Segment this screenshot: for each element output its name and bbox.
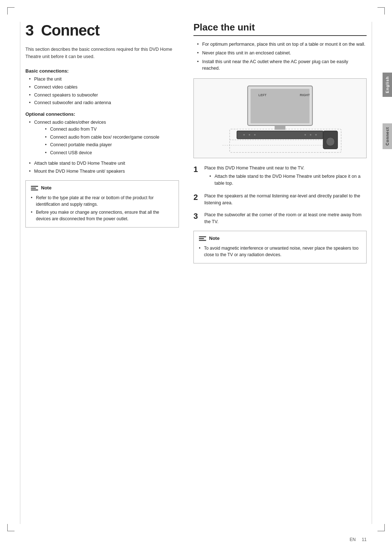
note-item-left-2: Before you make or change any connection… xyxy=(31,209,173,222)
place-bullet-1: For optimum performance, place this unit… xyxy=(197,41,367,48)
optional-sub-list: Connect audio from TV Connect audio from… xyxy=(34,126,179,156)
note-line-r2 xyxy=(199,238,204,239)
corner-mark-tr xyxy=(377,7,385,15)
corner-mark-br xyxy=(377,524,385,531)
optional-sub-item-4: Connect USB device xyxy=(45,149,179,156)
optional-connections-heading: Optional connections: xyxy=(25,111,179,117)
chapter-heading: 3 Connect xyxy=(25,22,179,39)
footer-lang: EN xyxy=(350,537,356,542)
note-box-right: Note To avoid magnetic interference or u… xyxy=(193,231,367,263)
left-column: 3 Connect This section describes the bas… xyxy=(25,22,179,263)
optional-sub-item-1: Connect audio from TV xyxy=(45,126,179,133)
step-number-3: 3 xyxy=(193,212,201,221)
connect-tab: Connect xyxy=(383,123,392,149)
note-line-r1 xyxy=(199,236,206,237)
note-header-right: Note xyxy=(199,235,361,242)
svg-point-8 xyxy=(310,134,311,136)
note-header-left: Note xyxy=(31,184,173,192)
basic-connections-heading: Basic connections: xyxy=(25,68,179,74)
note-item-right-1: To avoid magnetic interference or unwant… xyxy=(199,245,361,258)
connect-tab-label: Connect xyxy=(385,127,389,146)
basic-connections-list: Place the unit Connect video cables Conn… xyxy=(25,76,179,106)
optional-connections-list: Connect audio cables/other devices Conne… xyxy=(25,119,179,175)
basic-item-3: Connect speakers to subwoofer xyxy=(29,92,179,99)
step-item-1: 1 Place this DVD Home Theatre unit near … xyxy=(193,165,367,188)
note-list-right: To avoid magnetic interference or unwant… xyxy=(199,245,361,258)
step-text-2: Place the speakers at the normal listeni… xyxy=(204,193,360,205)
home-theatre-illustration: LEFT RIGHT xyxy=(193,78,367,158)
step-text-1: Place this DVD Home Theatre unit near to… xyxy=(204,165,305,171)
intro-text: This section describes the basic connect… xyxy=(25,46,179,60)
margin-line-right xyxy=(372,22,372,524)
english-tab: English xyxy=(383,73,392,97)
note-line-2 xyxy=(31,188,36,189)
note-label-left: Note xyxy=(41,184,52,192)
step-text-3: Place the subwoofer at the corner of the… xyxy=(204,212,362,224)
note-list-left: Refer to the type plate at the rear or b… xyxy=(31,194,173,222)
svg-point-9 xyxy=(315,134,317,136)
svg-point-7 xyxy=(305,134,306,136)
note-line-r3 xyxy=(199,240,206,241)
step-content-1: Place this DVD Home Theatre unit near to… xyxy=(204,165,367,188)
note-item-left-1: Refer to the type plate at the rear or b… xyxy=(31,194,173,208)
right-section-title: Place the unit xyxy=(193,22,367,36)
corner-mark-tl xyxy=(7,7,15,15)
svg-point-13 xyxy=(326,138,335,146)
place-bullet-3: Install this unit near the AC outlet whe… xyxy=(197,58,367,72)
svg-point-4 xyxy=(243,134,245,136)
step-content-3: Place the subwoofer at the corner of the… xyxy=(204,212,367,225)
note-line-3 xyxy=(31,189,38,191)
optional-top-item: Connect audio cables/other devices Conne… xyxy=(29,119,179,156)
place-bullet-2: Never place this unit in an enclosed cab… xyxy=(197,50,367,57)
place-bullets-list: For optimum performance, place this unit… xyxy=(193,41,367,72)
step-item-2: 2 Place the speakers at the normal liste… xyxy=(193,193,367,206)
note-icon-right xyxy=(199,236,206,241)
page-container: English Connect 3 Connect This section d… xyxy=(0,0,392,553)
step-number-2: 2 xyxy=(193,193,201,202)
step-sub-item-1-1: Attach the table stand to the DVD Home T… xyxy=(209,173,367,187)
footer-page: 11 xyxy=(362,537,367,542)
basic-item-2: Connect video cables xyxy=(29,84,179,91)
optional-sub-item-2: Connect audio from cable box/ recorder/g… xyxy=(45,134,179,141)
note-box-left: Note Refer to the type plate at the rear… xyxy=(25,180,179,228)
step-content-2: Place the speakers at the normal listeni… xyxy=(204,193,367,206)
optional-more-item-2: Mount the DVD Home Theatre unit/ speaker… xyxy=(29,168,179,175)
svg-text:RIGHT: RIGHT xyxy=(300,93,310,97)
optional-more-item-1: Attach table stand to DVD Home Theatre u… xyxy=(29,160,179,167)
svg-text:LEFT: LEFT xyxy=(258,93,267,97)
main-content: 3 Connect This section describes the bas… xyxy=(25,22,367,263)
margin-line-left xyxy=(20,22,20,524)
chapter-title: Connect xyxy=(41,22,99,39)
english-tab-label: English xyxy=(385,76,389,93)
note-icon-left xyxy=(31,186,38,191)
optional-sub-item-3: Connect portable media player xyxy=(45,142,179,148)
page-footer: EN 11 xyxy=(350,537,367,542)
right-column: Place the unit For optimum performance, … xyxy=(193,22,367,263)
step-item-3: 3 Place the subwoofer at the corner of t… xyxy=(193,212,367,225)
step-number-1: 1 xyxy=(193,165,201,174)
chapter-number: 3 xyxy=(25,22,33,39)
note-line-1 xyxy=(31,186,38,187)
corner-mark-bl xyxy=(7,524,15,531)
steps-list: 1 Place this DVD Home Theatre unit near … xyxy=(193,165,367,225)
step-sub-list-1: Attach the table stand to the DVD Home T… xyxy=(204,173,367,187)
ht-svg: LEFT RIGHT xyxy=(194,79,366,158)
svg-point-6 xyxy=(254,134,256,136)
basic-item-4: Connect subwoofer and radio antenna xyxy=(29,99,179,106)
basic-item-1: Place the unit xyxy=(29,76,179,83)
svg-point-5 xyxy=(249,134,250,136)
note-label-right: Note xyxy=(209,235,220,242)
